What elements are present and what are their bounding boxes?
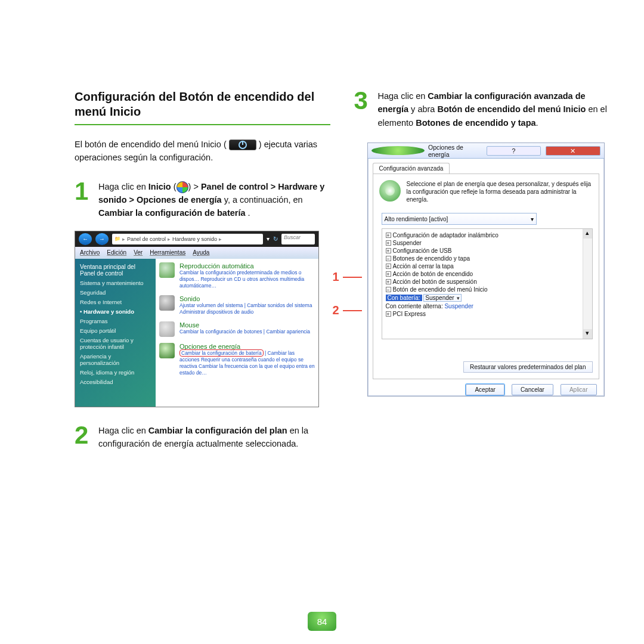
close-button[interactable]: ✕ bbox=[546, 146, 600, 156]
address-bar[interactable]: 📁 ▸ Panel de control ▸ Hardware y sonido… bbox=[112, 234, 263, 244]
page-number: 84 bbox=[308, 612, 336, 631]
help-button[interactable]: ? bbox=[487, 146, 541, 156]
step-3-text: Haga clic en Cambiar la configuración av… bbox=[378, 89, 610, 129]
step-2-number: 2 bbox=[75, 424, 92, 451]
dialog-icon bbox=[371, 146, 425, 155]
intro-text: El botón de encendido del menú Inicio ( … bbox=[75, 138, 330, 165]
mouse-icon bbox=[159, 321, 175, 337]
ok-button[interactable]: Aceptar bbox=[466, 384, 504, 395]
cp-toolbar: ← → 📁 ▸ Panel de control ▸ Hardware y so… bbox=[75, 231, 318, 247]
power-icon bbox=[159, 343, 175, 358]
search-input[interactable]: Buscar bbox=[281, 234, 315, 244]
step-2-text: Haga clic en Cambiar la configuración de… bbox=[98, 424, 330, 451]
cat-sound[interactable]: Sonido bbox=[179, 295, 315, 302]
dialog-titlebar: Opciones de energía ? ✕ bbox=[368, 143, 604, 159]
section-title: Configuración del Botón de encendido del… bbox=[75, 89, 330, 119]
sound-icon bbox=[159, 295, 175, 311]
cat-autoplay[interactable]: Reproducción automática bbox=[179, 262, 315, 270]
cat-mouse[interactable]: Mouse bbox=[179, 321, 310, 329]
cancel-button[interactable]: Cancelar bbox=[512, 384, 553, 395]
tree-on-ac: Con corriente alterna: Suspender bbox=[386, 302, 592, 310]
tree-start-menu-power: −Botón de encendido del menú Inicio bbox=[386, 286, 592, 293]
power-button-icon bbox=[229, 140, 256, 150]
callout-2: 2 bbox=[333, 304, 362, 317]
step-1-number: 1 bbox=[75, 180, 92, 220]
cp-menubar[interactable]: ArchivoEdiciónVerHerramientasAyuda bbox=[75, 247, 318, 259]
plan-icon bbox=[379, 180, 401, 202]
power-options-dialog: Opciones de energía ? ✕ Configuración av… bbox=[367, 143, 605, 397]
control-panel-screenshot: ← → 📁 ▸ Panel de control ▸ Hardware y so… bbox=[75, 231, 319, 407]
plan-select[interactable]: Alto rendimiento [activo]▾ bbox=[382, 213, 537, 225]
restore-defaults-button[interactable]: Restaurar valores predeterminados del pl… bbox=[463, 361, 593, 373]
apply-button[interactable]: Aplicar bbox=[561, 384, 597, 395]
cp-main: Reproducción automática Cambiar la confi… bbox=[156, 259, 318, 407]
step-1-text: Haga clic en Inicio () > Panel de contro… bbox=[98, 180, 330, 220]
scrollbar[interactable]: ▴▾ bbox=[583, 229, 592, 339]
link-change-battery-config: Cambiar la configuración de batería bbox=[179, 349, 264, 357]
settings-tree[interactable]: ▴▾ +Configuración de adaptador inalámbri… bbox=[382, 228, 593, 339]
forward-button[interactable]: → bbox=[95, 233, 109, 245]
autoplay-icon bbox=[159, 262, 175, 278]
start-orb-icon bbox=[177, 181, 188, 193]
sidebar-item-hardware: Hardware y sonido bbox=[80, 308, 151, 315]
section-rule bbox=[75, 124, 330, 125]
cp-sidebar[interactable]: Ventana principal del Panel de control S… bbox=[75, 259, 156, 407]
tree-on-battery: Con batería: Suspender bbox=[386, 293, 592, 302]
dialog-title: Opciones de energía bbox=[428, 144, 482, 158]
back-button[interactable]: ← bbox=[79, 233, 92, 245]
intro-pre: El botón de encendido del menú Inicio ( bbox=[75, 140, 227, 149]
step-3-number: 3 bbox=[354, 89, 372, 129]
dialog-description: Seleccione el plan de energía que desea … bbox=[407, 180, 593, 203]
tab-advanced[interactable]: Configuración avanzada bbox=[373, 163, 450, 174]
tree-buttons-and-lid: −Botones de encendido y tapa bbox=[386, 255, 592, 262]
on-battery-select[interactable]: Suspender bbox=[423, 294, 461, 302]
callout-1: 1 bbox=[333, 270, 362, 284]
